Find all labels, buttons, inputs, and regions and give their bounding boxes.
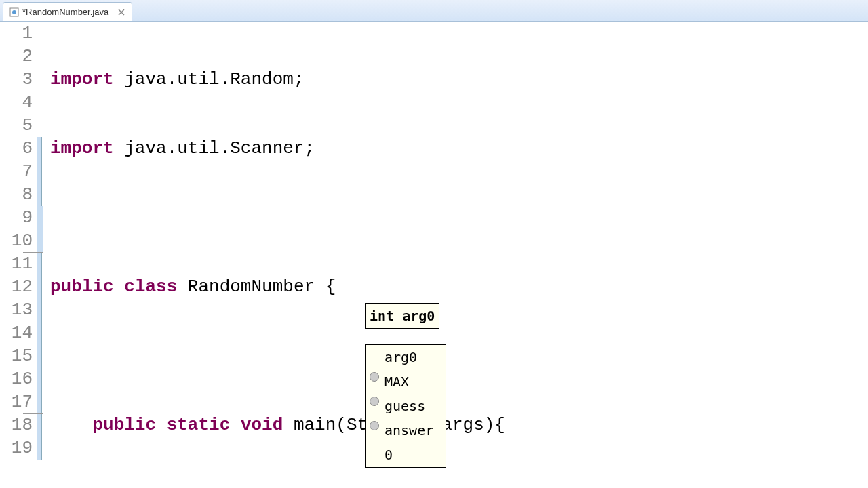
autocomplete-label: answer	[384, 422, 433, 439]
variable-icon	[370, 396, 379, 406]
line-number: 12	[0, 275, 33, 298]
line-number: 18	[0, 413, 33, 436]
line-number: 11	[0, 252, 33, 275]
autocomplete-item[interactable]: answer	[366, 418, 446, 443]
fold-underline	[23, 413, 43, 414]
autocomplete-item[interactable]: MAX	[366, 369, 446, 394]
autocomplete-item[interactable]: arg0	[366, 345, 446, 369]
line-number-gutter: 12345678910111213141516171819	[0, 22, 37, 488]
variable-icon	[370, 372, 379, 382]
autocomplete-label: 0	[384, 447, 393, 463]
autocomplete-popup[interactable]: arg0MAXguessanswer0	[365, 344, 446, 468]
parameter-hint-tooltip: int arg0	[365, 303, 439, 329]
kw-import: import	[50, 69, 114, 89]
line-number: 6	[0, 137, 33, 160]
line-number: 10	[0, 229, 33, 252]
close-tab-icon[interactable]	[117, 7, 126, 17]
line-number: 14	[0, 321, 33, 344]
autocomplete-label: guess	[384, 398, 425, 414]
line-number: 15	[0, 344, 33, 367]
editor-tab[interactable]: *RandomNumber.java	[3, 2, 132, 21]
autocomplete-item[interactable]: 0	[366, 443, 446, 467]
line-number: 13	[0, 298, 33, 321]
line-number: 3	[0, 68, 33, 91]
line-number: 1	[0, 22, 33, 45]
tab-bar: *RandomNumber.java	[0, 0, 868, 22]
line-number: 2	[0, 45, 33, 68]
line-number: 4	[0, 91, 33, 114]
line-number: 9	[0, 206, 33, 229]
line-number: 17	[0, 390, 33, 413]
code-editor[interactable]: 12345678910111213141516171819 import jav…	[0, 22, 868, 488]
autocomplete-item[interactable]: guess	[366, 394, 446, 418]
fold-underline	[23, 91, 43, 92]
line-number: 5	[0, 114, 33, 137]
svg-point-1	[12, 10, 16, 14]
java-file-icon	[9, 7, 20, 18]
line-number: 16	[0, 367, 33, 390]
line-number: 19	[0, 436, 33, 460]
line-number: 8	[0, 183, 33, 206]
fold-bar	[37, 22, 46, 488]
autocomplete-label: arg0	[384, 349, 417, 365]
fold-underline	[23, 252, 43, 253]
autocomplete-label: MAX	[384, 373, 409, 390]
line-number: 7	[0, 160, 33, 183]
code-area[interactable]: import java.util.Random; import java.uti…	[46, 22, 579, 488]
variable-icon	[370, 421, 379, 430]
tab-title: *RandomNumber.java	[22, 7, 108, 17]
